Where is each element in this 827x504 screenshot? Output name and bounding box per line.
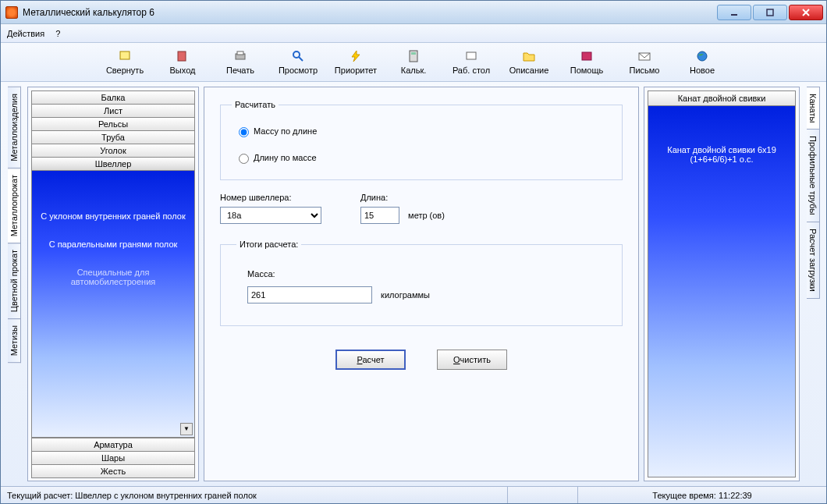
right-panel-content[interactable]: Канат двойной свивки 6х19 (1+6+6/6)+1 о.…	[648, 106, 796, 477]
radio-length-by-mass[interactable]	[239, 154, 249, 164]
magnifier-icon	[292, 50, 304, 62]
lightning-icon	[350, 50, 362, 62]
menu-help[interactable]: ?	[55, 29, 60, 38]
cat-truba[interactable]: Труба	[31, 130, 195, 144]
rope-spec-line1: Канат двойной свивки 6х19	[648, 145, 795, 154]
mass-unit: килограммы	[381, 290, 430, 300]
svg-point-8	[293, 51, 300, 58]
folder-icon	[523, 50, 535, 62]
cat-armatura[interactable]: Арматура	[31, 438, 195, 452]
menubar: Действия ?	[1, 24, 826, 43]
print-icon	[234, 50, 247, 62]
titlebar: Металлический калькулятор 6	[1, 1, 826, 24]
vtab-metalloizdeliya[interactable]: Металлоизделия	[8, 87, 21, 169]
status-spacer	[508, 487, 578, 503]
length-unit: метр (ов)	[408, 211, 445, 220]
scroll-down-button[interactable]: ▼	[180, 423, 193, 435]
cat-shary[interactable]: Шары	[31, 451, 195, 465]
length-input[interactable]	[360, 207, 399, 224]
tb-help[interactable]: Помощь	[563, 50, 610, 75]
tb-label: Просмотр	[279, 66, 318, 75]
cat-list[interactable]: Лист	[31, 104, 195, 118]
globe-icon	[696, 50, 708, 62]
right-tab-strip: Канаты Профильные трубы Расчет загрузки	[804, 87, 822, 481]
vtab-raschet-zagruzki[interactable]: Расчет загрузки	[807, 222, 820, 299]
action-buttons: Расчет Очистить	[220, 350, 623, 370]
cat-shveller[interactable]: Швеллер	[31, 157, 195, 171]
tb-label: Приоритет	[335, 66, 377, 75]
svg-rect-5	[178, 51, 186, 61]
input-row: Номер швеллера: 18а Длина: метр (ов)	[220, 193, 623, 224]
vtab-tsvetnoy-prokat[interactable]: Цветной прокат	[8, 243, 21, 319]
number-label: Номер швеллера:	[220, 193, 321, 202]
tb-minimize[interactable]: Свернуть	[101, 50, 148, 75]
right-panel-header[interactable]: Канат двойной свивки	[648, 91, 796, 106]
window-controls	[717, 5, 823, 20]
tb-label: Выход	[170, 66, 196, 75]
svg-rect-0	[731, 14, 737, 16]
mass-output[interactable]	[247, 286, 372, 303]
status-current-calc: Текущий расчет: Швеллер с уклоном внутре…	[1, 487, 508, 503]
list-item[interactable]: С паралельными гранями полок	[32, 230, 194, 258]
cat-balka[interactable]: Балка	[31, 91, 195, 105]
window-title: Металлический калькулятор 6	[23, 7, 717, 18]
tb-label: Печать	[226, 66, 254, 75]
tb-label: Новое	[690, 66, 715, 75]
tb-label: Письмо	[630, 66, 660, 75]
svg-rect-7	[237, 51, 243, 55]
tb-mail[interactable]: Письмо	[621, 50, 668, 75]
left-panel: Балка Лист Рельсы Труба Уголок Швеллер С…	[27, 87, 199, 481]
results-legend: Итоги расчета:	[236, 240, 301, 249]
close-button[interactable]	[789, 5, 823, 20]
tb-label: Свернуть	[106, 66, 144, 75]
exit-icon	[176, 50, 189, 62]
menu-actions[interactable]: Действия	[7, 29, 44, 38]
tb-exit[interactable]: Выход	[159, 50, 206, 75]
statusbar: Текущий расчет: Швеллер с уклоном внутре…	[1, 486, 826, 503]
tb-desktop[interactable]: Раб. стол	[448, 50, 495, 75]
toolbar: Свернуть Выход Печать Просмотр Приоритет…	[1, 43, 826, 82]
btn-rest: чистить	[460, 355, 491, 364]
list-item[interactable]: Специальные для автомобилестроения	[32, 258, 194, 296]
subtype-list: С уклоном внутренних граней полок С пара…	[31, 170, 195, 438]
status-time: Текущее время: 11:22:39	[578, 487, 826, 503]
tb-new[interactable]: Новое	[679, 50, 726, 75]
tb-label: Помощь	[570, 66, 604, 75]
cat-ugolok[interactable]: Уголок	[31, 144, 195, 158]
vtab-metalloprokat[interactable]: Металлопрокат	[8, 168, 21, 243]
cat-relsy[interactable]: Рельсы	[31, 117, 195, 131]
tb-description[interactable]: Описание	[506, 50, 552, 75]
tb-calculator[interactable]: Кальк.	[390, 50, 437, 75]
radio-mass-by-length[interactable]	[239, 127, 249, 137]
channel-number-select[interactable]: 18а	[220, 207, 321, 224]
list-item[interactable]: С уклоном внутренних граней полок	[32, 202, 194, 230]
svg-point-17	[697, 51, 707, 61]
radio-label: Длину по массе	[254, 153, 317, 162]
calculator-icon	[407, 50, 420, 62]
center-panel: Расчитать Массу по длине Длину по массе …	[204, 87, 639, 481]
btn-rest: асчет	[362, 355, 384, 364]
cat-zhest[interactable]: Жесть	[31, 464, 195, 478]
calculate-button[interactable]: Расчет	[335, 350, 406, 370]
vtab-metizy[interactable]: Метизы	[8, 318, 21, 363]
vtab-profilnye-truby[interactable]: Профильные трубы	[807, 129, 820, 222]
main-area: Металлоизделия Металлопрокат Цветной про…	[1, 82, 826, 486]
maximize-button[interactable]	[753, 5, 787, 20]
tb-preview[interactable]: Просмотр	[275, 50, 321, 75]
svg-rect-12	[411, 52, 416, 55]
vtab-kanaty[interactable]: Канаты	[807, 87, 820, 130]
svg-marker-10	[352, 51, 360, 62]
window-min-icon	[119, 50, 131, 62]
tb-print[interactable]: Печать	[217, 50, 264, 75]
svg-rect-13	[467, 52, 476, 59]
results-fieldset: Итоги расчета: Масса: килограммы	[220, 240, 623, 326]
calc-mode-legend: Расчитать	[232, 100, 279, 109]
minimize-button[interactable]	[717, 5, 751, 20]
clear-button[interactable]: Очистить	[437, 350, 507, 370]
desktop-icon	[465, 50, 477, 62]
tb-priority[interactable]: Приоритет	[332, 50, 379, 75]
book-icon	[580, 50, 593, 62]
mail-icon	[638, 50, 651, 62]
right-panel: Канат двойной свивки Канат двойной свивк…	[644, 87, 800, 481]
svg-rect-15	[582, 52, 591, 60]
